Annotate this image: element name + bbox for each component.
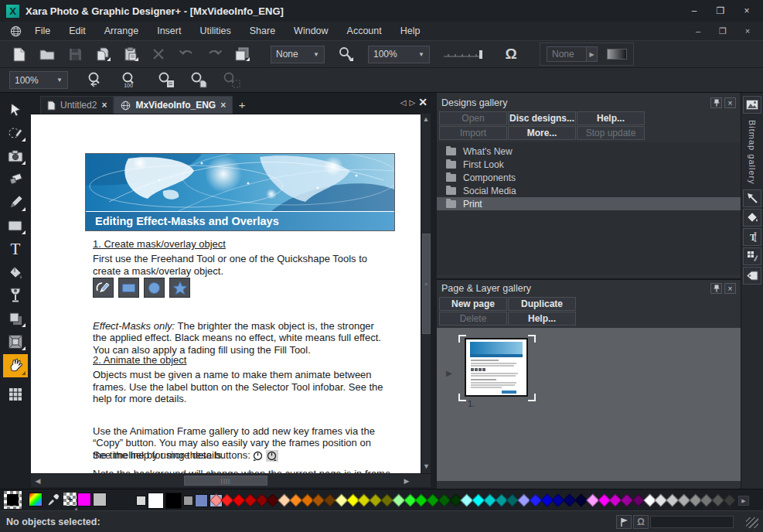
maximize-button[interactable]: ❐ bbox=[709, 3, 732, 19]
horizontal-scroll-thumb[interactable]: |||| bbox=[184, 476, 267, 486]
color-swatch[interactable] bbox=[438, 490, 450, 510]
vertical-scrollbar[interactable]: ▲ ≡ ▼ bbox=[421, 114, 431, 473]
menu-edit[interactable]: Edit bbox=[60, 23, 94, 39]
line-gallery-icon[interactable] bbox=[743, 189, 761, 207]
palette-scroll-right-icon[interactable]: ▶ bbox=[738, 496, 749, 506]
snap-to-objects-button[interactable]: Ω bbox=[501, 45, 521, 63]
designs-import-button[interactable]: Import bbox=[439, 126, 507, 140]
color-swatch[interactable] bbox=[724, 490, 735, 510]
zoom-to-selection-icon[interactable] bbox=[221, 71, 241, 90]
color-swatch[interactable] bbox=[450, 490, 462, 510]
previous-zoom-icon[interactable] bbox=[85, 71, 105, 90]
live-drag-indicator-icon[interactable] bbox=[616, 515, 632, 529]
bevel-tool[interactable] bbox=[3, 331, 28, 353]
color-swatch[interactable] bbox=[519, 490, 530, 510]
globe-menu-icon[interactable] bbox=[6, 26, 25, 37]
designs-gallery-icon[interactable] bbox=[743, 247, 761, 265]
color-swatch[interactable] bbox=[93, 493, 107, 506]
tab-close-icon[interactable]: × bbox=[101, 100, 107, 111]
color-swatch[interactable] bbox=[381, 490, 393, 510]
freehand-select-tool[interactable] bbox=[3, 122, 28, 144]
fonts-gallery-icon[interactable]: T bbox=[743, 228, 761, 246]
color-swatch[interactable] bbox=[325, 490, 336, 510]
minimize-button[interactable]: – bbox=[683, 3, 706, 19]
transparency-tool[interactable] bbox=[3, 285, 28, 306]
color-swatch[interactable] bbox=[496, 490, 507, 510]
page-thumbnail[interactable] bbox=[465, 338, 528, 397]
designs-open-button[interactable]: Open bbox=[439, 111, 507, 125]
new-page-button[interactable]: New page bbox=[439, 297, 507, 311]
copy-button[interactable] bbox=[93, 45, 113, 63]
position-size-button[interactable] bbox=[232, 45, 252, 63]
duplicate-page-button[interactable]: Duplicate bbox=[508, 297, 576, 311]
shadow-tool[interactable] bbox=[3, 308, 28, 329]
line-gallery-expand-button[interactable]: ▶ bbox=[587, 46, 598, 62]
tab-untitled2[interactable]: Untitled2 × bbox=[40, 96, 114, 114]
feather-slider[interactable] bbox=[441, 45, 489, 63]
color-swatch[interactable] bbox=[678, 490, 690, 510]
redo-button[interactable] bbox=[204, 45, 224, 63]
color-swatch[interactable] bbox=[587, 490, 598, 510]
color-swatch[interactable] bbox=[370, 490, 382, 510]
stroke-preset-dropdown[interactable]: None▼ bbox=[271, 46, 325, 63]
color-picker-icon[interactable] bbox=[46, 492, 61, 507]
designs-more-button[interactable]: More... bbox=[508, 126, 576, 140]
color-swatch[interactable] bbox=[667, 490, 679, 510]
color-swatch[interactable] bbox=[267, 490, 279, 510]
color-swatch[interactable] bbox=[279, 490, 291, 510]
fill-gallery-icon[interactable] bbox=[743, 209, 761, 227]
color-swatch[interactable] bbox=[148, 493, 164, 509]
selector-tool[interactable] bbox=[3, 99, 28, 121]
menu-insert[interactable]: Insert bbox=[148, 23, 189, 39]
color-swatch[interactable] bbox=[313, 490, 325, 510]
color-swatch[interactable] bbox=[359, 490, 370, 510]
color-swatch[interactable] bbox=[222, 490, 233, 510]
text-tool[interactable]: T bbox=[3, 238, 28, 260]
document-restore-button[interactable]: ❐ bbox=[714, 25, 732, 37]
color-swatch[interactable] bbox=[530, 490, 541, 510]
pin-icon[interactable] bbox=[710, 283, 722, 294]
color-swatch[interactable] bbox=[290, 490, 301, 510]
scroll-up-icon[interactable]: ▲ bbox=[421, 114, 431, 124]
zoom-to-page-icon[interactable] bbox=[189, 71, 209, 90]
menu-arrange[interactable]: Arrange bbox=[96, 23, 147, 39]
close-button[interactable]: × bbox=[735, 3, 758, 19]
document-close-button[interactable]: × bbox=[738, 25, 757, 37]
zoom-tool-button[interactable] bbox=[336, 45, 356, 63]
designs-help-button[interactable]: Help... bbox=[577, 111, 645, 125]
color-swatch[interactable] bbox=[462, 490, 473, 510]
bitmap-gallery-icon[interactable] bbox=[743, 96, 761, 114]
color-editor-button[interactable] bbox=[29, 493, 43, 506]
color-swatch[interactable] bbox=[713, 490, 724, 510]
folder-print[interactable]: Print bbox=[437, 197, 741, 210]
color-swatch[interactable] bbox=[564, 490, 576, 510]
color-swatch[interactable] bbox=[656, 490, 667, 510]
color-swatch[interactable] bbox=[347, 490, 359, 510]
zoom-100-icon[interactable]: 100 bbox=[119, 71, 139, 90]
erase-tool[interactable] bbox=[3, 169, 28, 190]
color-swatch[interactable] bbox=[404, 490, 416, 510]
folder-components[interactable]: Components bbox=[437, 171, 741, 184]
color-swatch[interactable] bbox=[553, 490, 564, 510]
resize-grip[interactable] bbox=[746, 517, 758, 528]
color-swatch[interactable] bbox=[473, 490, 485, 510]
scroll-right-icon[interactable]: ▶ bbox=[401, 474, 412, 488]
expand-page-icon[interactable]: ▶ bbox=[446, 369, 452, 377]
folder-first-look[interactable]: First Look bbox=[437, 158, 741, 171]
horizontal-scrollbar[interactable]: ◀ |||| ▶ bbox=[31, 473, 431, 487]
color-swatch[interactable] bbox=[610, 490, 622, 510]
color-swatch[interactable] bbox=[244, 490, 256, 510]
menu-account[interactable]: Account bbox=[339, 23, 390, 39]
color-swatch[interactable] bbox=[507, 490, 519, 510]
scroll-down-icon[interactable]: ▼ bbox=[421, 461, 431, 472]
document-minimize-button[interactable]: – bbox=[689, 25, 707, 37]
tab-scroll-left-icon[interactable]: ◁ bbox=[400, 98, 407, 107]
undo-button[interactable] bbox=[176, 45, 196, 63]
delete-page-button[interactable]: Delete bbox=[439, 312, 507, 326]
shape-tool[interactable] bbox=[3, 215, 28, 237]
color-swatch[interactable] bbox=[183, 496, 193, 506]
status-input[interactable] bbox=[650, 516, 734, 528]
color-swatch[interactable] bbox=[195, 494, 208, 507]
close-panel-icon[interactable]: × bbox=[724, 283, 736, 294]
color-swatch[interactable] bbox=[427, 490, 439, 510]
